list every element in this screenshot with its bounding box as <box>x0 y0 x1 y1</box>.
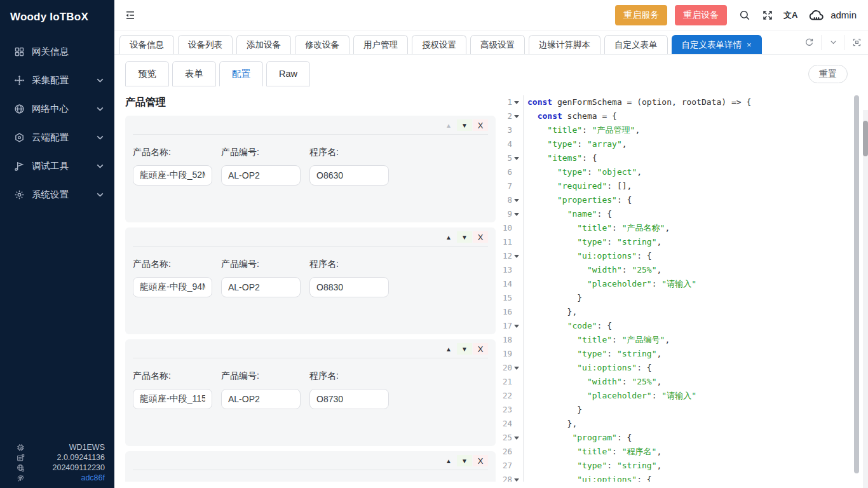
code-line[interactable]: 28 "ui:options": { <box>496 473 850 482</box>
move-down-button[interactable]: ▼ <box>457 343 472 355</box>
page-tab[interactable]: 高级设置 <box>470 35 525 54</box>
fold-toggle-icon[interactable] <box>512 255 521 258</box>
restart-device-button[interactable]: 重启设备 <box>675 5 727 25</box>
sidebar-item[interactable]: 网关信息 <box>0 37 114 66</box>
move-down-button[interactable]: ▼ <box>457 231 472 243</box>
product-name-input[interactable] <box>133 165 212 186</box>
search-button[interactable] <box>733 6 756 25</box>
sidebar-item[interactable]: 云端配置 <box>0 123 114 152</box>
sidebar-item[interactable]: 网络中心 <box>0 95 114 123</box>
subtab[interactable]: 配置 <box>219 61 263 86</box>
code-line[interactable]: 22 "placeholder": "请输入" <box>496 389 850 403</box>
move-up-button[interactable]: ▲ <box>441 231 456 243</box>
code-line[interactable]: 8 "properties": { <box>496 193 850 207</box>
subtab[interactable]: Raw <box>266 61 310 86</box>
code-line[interactable]: 7 "required": [], <box>496 179 850 193</box>
product-code-input[interactable] <box>221 389 301 409</box>
subtab[interactable]: 预览 <box>125 61 169 86</box>
remove-group-button[interactable]: X <box>473 231 488 243</box>
tab-list-dropdown-button[interactable] <box>821 35 844 50</box>
move-up-button[interactable]: ▲ <box>441 455 456 466</box>
page-tab[interactable]: 用户管理 <box>353 35 408 54</box>
fold-toggle-icon[interactable] <box>512 478 521 482</box>
fold-toggle-icon[interactable] <box>512 367 521 370</box>
reset-button[interactable]: 重置 <box>808 65 848 83</box>
user-avatar[interactable] <box>807 6 826 25</box>
restart-service-button[interactable]: 重启服务 <box>615 5 667 25</box>
product-name-input[interactable] <box>133 389 212 409</box>
code-line[interactable]: 1const genFormSchema = (option, rootData… <box>496 95 850 109</box>
editor-scrollbar-thumb[interactable] <box>854 95 859 473</box>
sidebar-item[interactable]: 调试工具 <box>0 152 114 180</box>
sidebar-item[interactable]: 采集配置 <box>0 66 114 95</box>
fold-toggle-icon[interactable] <box>512 115 521 118</box>
code-line[interactable]: 2 const schema = { <box>496 109 850 123</box>
page-scrollbar[interactable] <box>863 110 868 488</box>
code-line[interactable]: 15 } <box>496 291 850 305</box>
code-line[interactable]: 4 "type": "array", <box>496 137 850 151</box>
code-line[interactable]: 17 "code": { <box>496 319 850 333</box>
fold-toggle-icon[interactable] <box>512 199 521 202</box>
editor-scrollbar[interactable] <box>854 95 859 482</box>
program-name-input[interactable] <box>309 277 389 297</box>
program-name-input[interactable] <box>309 165 389 186</box>
move-down-button[interactable]: ▼ <box>457 455 472 466</box>
product-code-input[interactable] <box>221 165 301 186</box>
code-line[interactable]: 19 "type": "string", <box>496 347 850 361</box>
move-up-button[interactable]: ▲ <box>441 343 456 355</box>
page-tab[interactable]: 设备信息 <box>119 35 174 54</box>
code-line[interactable]: 6 "type": "object", <box>496 165 850 179</box>
code-line[interactable]: 21 "width": "25%", <box>496 375 850 389</box>
username[interactable]: admin <box>831 10 857 20</box>
field-product-code: 产品编号: <box>221 147 309 186</box>
page-tab[interactable]: 授权设置 <box>412 35 466 54</box>
page-tab[interactable]: 自定义表单 <box>604 35 668 54</box>
fullscreen-button[interactable] <box>756 6 779 25</box>
page-tab[interactable]: 设备列表 <box>178 35 233 54</box>
code-line[interactable]: 9 "name": { <box>496 207 850 221</box>
language-switch-button[interactable]: 文A <box>779 6 802 25</box>
remove-group-button[interactable]: X <box>473 343 488 355</box>
code-line[interactable]: 27 "type": "string", <box>496 459 850 473</box>
code-line[interactable]: 20 "ui:options": { <box>496 361 850 375</box>
fold-toggle-icon[interactable] <box>512 325 521 328</box>
collapse-sidebar-button[interactable] <box>122 7 139 24</box>
code-line[interactable]: 25 "program": { <box>496 431 850 445</box>
fold-toggle-icon[interactable] <box>512 101 521 104</box>
code-editor[interactable]: 1const genFormSchema = (option, rootData… <box>496 95 850 482</box>
page-tab[interactable]: 修改设备 <box>295 35 349 54</box>
maximize-content-button[interactable] <box>844 35 868 50</box>
code-line[interactable]: 23 } <box>496 403 850 417</box>
remove-group-button[interactable]: X <box>473 119 488 131</box>
page-tab-active[interactable]: 自定义表单详情 × <box>672 35 762 54</box>
refresh-tab-button[interactable] <box>797 35 821 50</box>
remove-group-button[interactable]: X <box>473 455 488 466</box>
code-line[interactable]: 5 "items": { <box>496 151 850 165</box>
commit-hash[interactable]: adc86f <box>25 473 105 482</box>
fold-toggle-icon[interactable] <box>512 437 521 440</box>
page-tab[interactable]: 边缘计算脚本 <box>529 35 600 54</box>
code-line[interactable]: 3 "title": "产品管理", <box>496 123 850 137</box>
code-line[interactable]: 11 "type": "string", <box>496 235 850 249</box>
product-code-input[interactable] <box>221 277 301 297</box>
code-line[interactable]: 18 "title": "产品编号", <box>496 333 850 347</box>
subtab[interactable]: 表单 <box>172 61 216 86</box>
fold-toggle-icon[interactable] <box>512 213 521 216</box>
code-line[interactable]: 12 "ui:options": { <box>496 249 850 263</box>
move-up-button[interactable]: ▲ <box>441 119 456 131</box>
close-tab-icon[interactable]: × <box>747 40 752 50</box>
code-line[interactable]: 10 "title": "产品名称", <box>496 221 850 235</box>
product-name-input[interactable] <box>133 277 212 297</box>
code-line[interactable]: 16 }, <box>496 305 850 319</box>
sidebar-item[interactable]: 系统设置 <box>0 180 114 209</box>
page-tab[interactable]: 添加设备 <box>236 35 291 54</box>
page-scrollbar-thumb[interactable] <box>863 121 868 156</box>
move-down-button[interactable]: ▼ <box>457 119 472 131</box>
program-name-input[interactable] <box>309 389 389 409</box>
code-line[interactable]: 14 "placeholder": "请输入" <box>496 277 850 291</box>
fold-toggle-icon[interactable] <box>512 157 521 160</box>
code-editor-pane[interactable]: 1const genFormSchema = (option, rootData… <box>496 95 868 482</box>
code-line[interactable]: 26 "title": "程序名", <box>496 445 850 459</box>
code-line[interactable]: 24 }, <box>496 417 850 431</box>
code-line[interactable]: 13 "width": "25%", <box>496 263 850 277</box>
